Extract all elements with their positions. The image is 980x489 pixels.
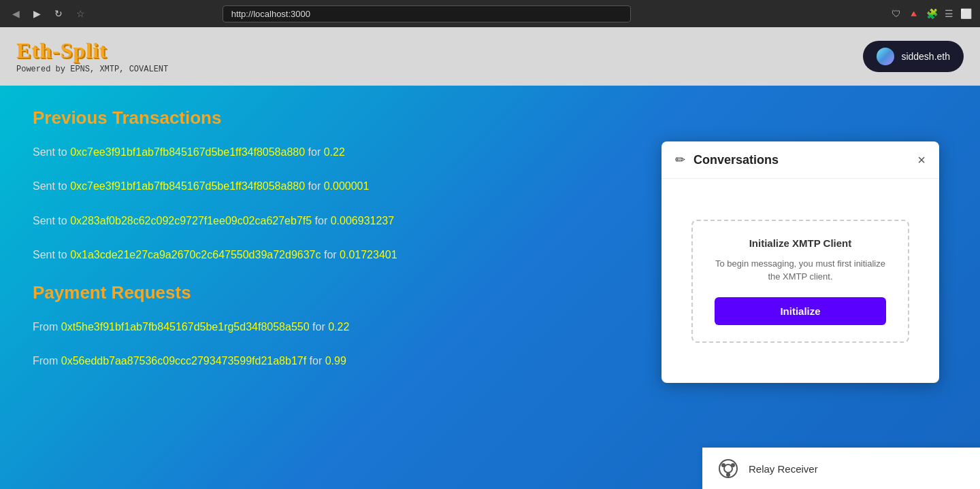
pr2-mid: for [310,355,325,367]
window-icon: ⬜ [960,8,972,19]
logo-area: Eth-Split Powered by EPNS, XMTP, COVALEN… [16,38,168,74]
wallet-button[interactable]: siddesh.eth [863,41,964,72]
initialize-button[interactable]: Initialize [715,297,886,325]
panel-header-left: ✏ Conversations [675,152,779,167]
pr2-amount: 0.99 [325,355,346,367]
tx4-amount: 0.01723401 [340,249,397,260]
wallet-avatar [877,48,894,65]
tx4-address: 0x1a3cde21e27ca9a2670c2c647550d39a72d963… [70,249,321,260]
panel-body: Initialize XMTP Client To begin messagin… [662,179,939,383]
close-panel-button[interactable]: × [917,153,926,167]
pr1-amount: 0.22 [328,321,349,333]
wallet-label: siddesh.eth [901,51,950,62]
pr1-prefix: From [33,321,61,333]
nav-reload-button[interactable]: ↻ [50,5,67,22]
app-logo: Eth-Split [16,38,168,63]
tx2-mid: for [308,180,324,192]
tx4-prefix: Sent to [33,249,70,260]
address-bar[interactable] [223,5,631,22]
xmtp-init-title: Initialize XMTP Client [715,237,886,249]
previous-transactions-title: Previous Transactions [33,107,947,129]
tx3-amount: 0.006931237 [331,215,394,226]
shield-icon: 🛡 [892,8,901,19]
app-subtitle: Powered by EPNS, XMTP, COVALENT [16,65,168,74]
menu-icon: ☰ [945,8,953,19]
alert-icon: 🔺 [908,8,919,19]
tx3-address: 0x283af0b28c62c092c9727f1ee09c02ca627eb7… [70,215,312,226]
tx1-address: 0xc7ee3f91bf1ab7fb845167d5be1ff34f8058a8… [70,146,305,158]
pr1-address: 0xt5he3f91bf1ab7fb845167d5be1rg5d34f8058… [61,321,310,333]
panel-title: Conversations [693,153,779,167]
nav-back-button[interactable]: ◀ [8,5,24,22]
tx2-prefix: Sent to [33,180,70,192]
xmtp-init-card: Initialize XMTP Client To begin messagin… [691,220,909,343]
nav-forward-button[interactable]: ▶ [29,5,45,22]
tx1-mid: for [308,146,324,158]
compose-icon[interactable]: ✏ [675,152,685,167]
tx2-address: 0xc7ee3f91bf1ab7fb845167d5be1ff34f8058a8… [70,180,305,192]
pr2-prefix: From [33,355,61,367]
tx1-prefix: Sent to [33,146,70,158]
pr1-mid: for [312,321,328,333]
nav-bookmark-button[interactable]: ☆ [72,5,89,22]
tx1-amount: 0.22 [324,146,345,158]
conversations-panel: ✏ Conversations × Initialize XMTP Client… [662,141,939,383]
tx3-mid: for [315,215,331,226]
puzzle-icon: 🧩 [926,8,938,19]
tx2-amount: 0.000001 [324,180,370,192]
app-header: Eth-Split Powered by EPNS, XMTP, COVALEN… [0,27,980,86]
tx4-mid: for [324,249,340,260]
panel-header: ✏ Conversations × [662,141,939,179]
browser-chrome: ◀ ▶ ↻ ☆ 🛡 🔺 🧩 ☰ ⬜ [0,0,980,27]
xmtp-init-desc: To begin messaging, you must first initi… [715,257,886,284]
pr2-address: 0x56eddb7aa87536c09ccc2793473599fd21a8b1… [61,355,306,367]
tx3-prefix: Sent to [33,215,70,226]
